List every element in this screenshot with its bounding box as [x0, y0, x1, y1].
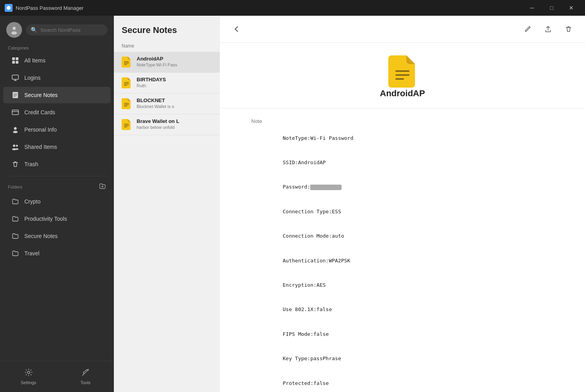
note-name-brave-wallet: Brave Wallet on L: [137, 118, 214, 124]
note-line-2: SSID:AndroidAP: [283, 159, 554, 167]
sidebar-item-secure-notes[interactable]: Secure Notes: [3, 87, 111, 103]
card-icon: [11, 108, 20, 117]
credit-cards-label: Credit Cards: [24, 109, 55, 115]
toolbar-left: [229, 22, 243, 36]
maximize-button[interactable]: □: [543, 2, 561, 14]
folder-icon-productivity: [11, 214, 20, 223]
categories-label: Categories: [0, 42, 114, 52]
column-header-name: Name: [114, 40, 220, 52]
note-item-brave-wallet[interactable]: Brave Wallet on L harbor below unfold: [114, 114, 220, 135]
crypto-label: Crypto: [24, 198, 40, 205]
delete-button[interactable]: [561, 22, 576, 36]
monitor-icon: [11, 73, 20, 82]
sidebar-item-travel[interactable]: Travel: [3, 245, 111, 262]
sidebar-item-crypto[interactable]: Crypto: [3, 193, 111, 210]
svg-rect-5: [12, 61, 15, 64]
svg-rect-17: [124, 61, 129, 62]
note-icon: [11, 91, 20, 99]
close-button[interactable]: ✕: [562, 2, 580, 14]
note-item-androidap[interactable]: AndroidAP NoteType:Wi-Fi Pass: [114, 52, 220, 73]
trash-label: Trash: [24, 161, 38, 167]
note-info-brave-wallet: Brave Wallet on L harbor below unfold: [137, 118, 214, 130]
grid-icon: [11, 56, 20, 65]
note-line-7: Encryption:AES: [283, 281, 554, 289]
logins-label: Logins: [24, 75, 40, 81]
window-controls: ─ □ ✕: [523, 2, 580, 14]
edit-button[interactable]: [521, 22, 535, 36]
secure-notes-label: Secure Notes: [24, 92, 58, 98]
svg-rect-3: [12, 57, 15, 60]
sidebar-user: 🔍: [0, 16, 114, 42]
svg-rect-7: [12, 75, 18, 79]
sidebar-item-secure-notes-folder[interactable]: Secure Notes: [3, 228, 111, 244]
svg-rect-18: [124, 63, 129, 64]
svg-point-16: [27, 371, 30, 374]
svg-rect-21: [124, 84, 129, 84]
note-name-androidap: AndroidAP: [137, 56, 214, 62]
sidebar-item-credit-cards[interactable]: Credit Cards: [3, 104, 111, 121]
note-name-blocknet: BLOCKNET: [137, 97, 214, 103]
svg-point-1: [13, 27, 16, 30]
secure-notes-folder-label: Secure Notes: [24, 233, 58, 239]
tools-button[interactable]: Tools: [57, 364, 114, 389]
search-input[interactable]: [40, 27, 103, 33]
content-panel: Secure Notes Name AndroidAP NoteType:Wi-…: [114, 16, 220, 392]
detail-title: AndroidAP: [380, 88, 425, 99]
note-item-birthdays[interactable]: BIRTHDAYS Ruth:: [114, 73, 220, 93]
svg-rect-27: [124, 125, 129, 126]
all-items-label: All Items: [24, 57, 46, 64]
minimize-button[interactable]: ─: [523, 2, 541, 14]
settings-label: Settings: [21, 380, 37, 385]
svg-point-0: [6, 5, 11, 10]
note-preview-brave-wallet: harbor below unfold: [137, 125, 214, 130]
sidebar-item-logins[interactable]: Logins: [3, 70, 111, 86]
detail-toolbar: [220, 16, 585, 43]
detail-panel: AndroidAP Note NoteType:Wi-Fi Password S…: [220, 16, 585, 392]
svg-rect-29: [395, 70, 410, 72]
detail-hero: AndroidAP: [220, 43, 585, 108]
sidebar-item-productivity-tools[interactable]: Productivity Tools: [3, 211, 111, 227]
note-field-label: Note: [251, 118, 283, 124]
back-button[interactable]: [229, 22, 243, 36]
sidebar-item-trash[interactable]: Trash: [3, 156, 111, 172]
svg-rect-26: [124, 124, 129, 125]
search-bar[interactable]: 🔍: [26, 24, 108, 35]
svg-rect-20: [124, 82, 129, 83]
svg-rect-22: [124, 85, 127, 86]
folders-header: Folders: [0, 180, 114, 193]
note-line-6: Authentication:WPA2PSK: [283, 257, 554, 265]
sidebar-item-all-items[interactable]: All Items: [3, 52, 111, 69]
note-info-androidap: AndroidAP NoteType:Wi-Fi Pass: [137, 56, 214, 67]
avatar: [6, 22, 22, 38]
person-icon: [11, 125, 20, 134]
share-button[interactable]: [541, 22, 555, 36]
app-icon: [5, 4, 13, 12]
personal-info-label: Personal Info: [24, 126, 57, 133]
add-folder-button[interactable]: [99, 183, 106, 191]
productivity-tools-label: Productivity Tools: [24, 216, 67, 222]
hero-icon: [388, 55, 417, 84]
tools-icon: [81, 368, 90, 379]
settings-button[interactable]: Settings: [0, 364, 57, 389]
sidebar-item-shared-items[interactable]: Shared Items: [3, 139, 111, 155]
note-icon-birthdays: [120, 77, 133, 89]
svg-rect-23: [124, 103, 129, 104]
svg-rect-30: [395, 74, 410, 76]
svg-rect-9: [12, 110, 18, 115]
note-line-11: Protected:false: [283, 379, 554, 388]
title-bar: NordPass Password Manager ─ □ ✕: [0, 0, 585, 16]
title-bar-left: NordPass Password Manager: [5, 4, 84, 12]
svg-rect-25: [124, 106, 127, 106]
sidebar-item-personal-info[interactable]: Personal Info: [3, 121, 111, 138]
note-item-blocknet[interactable]: BLOCKNET Blocknet Wallet is o: [114, 93, 220, 114]
note-line-9: FIPS Mode:false: [283, 330, 554, 339]
sidebar-divider: [5, 176, 109, 176]
note-icon-androidap: [120, 56, 133, 68]
note-line-10: Key Type:passPhrase: [283, 355, 554, 363]
note-name-birthdays: BIRTHDAYS: [137, 77, 214, 82]
note-line-8: Use 802.1X:false: [283, 306, 554, 314]
svg-rect-19: [124, 64, 127, 65]
note-preview-birthdays: Ruth:: [137, 83, 214, 88]
trash-icon: [11, 160, 20, 169]
tools-label: Tools: [80, 380, 91, 385]
